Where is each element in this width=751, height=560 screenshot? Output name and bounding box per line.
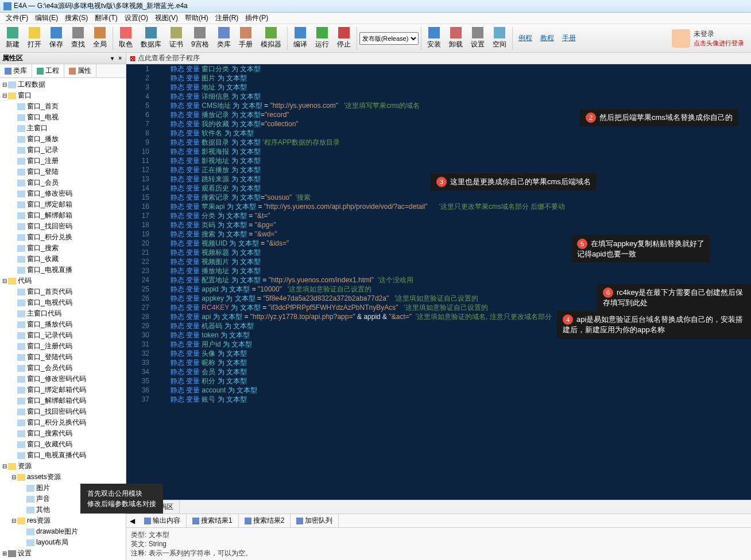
tree-node[interactable]: 窗口_首页	[1, 101, 125, 112]
editor-header[interactable]: ⊠ 点此查看全部子程序	[126, 53, 751, 64]
tree-node[interactable]: ⊟工程数据	[1, 79, 125, 90]
toolbar-运行[interactable]: 运行	[312, 26, 332, 50]
tree-node[interactable]: 窗口_修改密码	[1, 188, 125, 199]
tree-node[interactable]: 窗口_收藏代码	[1, 439, 125, 450]
sidebar-tab-类库[interactable]: 类库	[0, 64, 32, 77]
tree-node[interactable]: 窗口_注册	[1, 155, 125, 166]
toolbar-9宫格[interactable]: 9宫格	[188, 26, 212, 50]
toolbar-打开[interactable]: 打开	[24, 26, 45, 50]
tree-node[interactable]: 窗口_找回密码	[1, 221, 125, 232]
tree-node[interactable]: ⊟res资源	[1, 515, 125, 526]
toolbar-保存[interactable]: 保存	[46, 26, 67, 50]
toolbar-卸载[interactable]: 卸载	[446, 26, 466, 50]
toolbar-停止[interactable]: 停止	[334, 26, 354, 50]
menu-item[interactable]: 插件(P)	[242, 13, 272, 23]
tree-node[interactable]: 窗口_首页代码	[1, 286, 125, 297]
user-area[interactable]: 未登录点击头像进行登录	[672, 29, 749, 48]
toolbar-证书[interactable]: 证书	[166, 26, 187, 50]
toolbar-例程[interactable]: 例程	[515, 32, 536, 44]
tree-node[interactable]: 窗口_找回密码代码	[1, 406, 125, 417]
menu-item[interactable]: 注册(R)	[212, 13, 242, 23]
toolbar-新建[interactable]: 新建	[2, 26, 23, 50]
tree-node[interactable]: 窗口_积分兑换	[1, 232, 125, 243]
code-line[interactable]: 4 静态 变量 详细信息 为 文本型	[126, 92, 751, 101]
code-line[interactable]: 36 静态 变量 account 为 文本型	[126, 386, 751, 395]
tree-node[interactable]: 窗口_电视直播	[1, 265, 125, 275]
code-line[interactable]: 32 静态 变量 头像 为 文本型	[126, 349, 751, 358]
toolbar-编译[interactable]: 编译	[290, 26, 311, 50]
tree-node[interactable]: 窗口_修改密码代码	[1, 374, 125, 384]
tree-node[interactable]: 窗口_记录	[1, 145, 125, 155]
toolbar-数据库[interactable]: 数据库	[137, 26, 165, 50]
tree-node[interactable]: 窗口_电视代码	[1, 297, 125, 308]
tree-node[interactable]: 主窗口代码	[1, 308, 125, 319]
tree-node[interactable]: 窗口_搜索代码	[1, 428, 125, 439]
output-tab[interactable]: 搜索结果2	[239, 514, 291, 527]
tree-node[interactable]: 窗口_绑定邮箱代码	[1, 384, 125, 395]
toolbar-模拟器[interactable]: 模拟器	[257, 26, 285, 50]
tree-node[interactable]: 窗口_解绑邮箱代码	[1, 395, 125, 406]
menu-item[interactable]: 编辑(E)	[32, 13, 61, 23]
tree-node[interactable]: 主窗口	[1, 123, 125, 134]
code-line[interactable]: 33 静态 变量 昵称 为 文本型	[126, 358, 751, 367]
tree-node[interactable]: ⊞设置	[1, 548, 125, 559]
code-editor[interactable]: 1 静态 变量 窗口分类 为 文本型2 静态 变量 图片 为 文本型3 静态 变…	[126, 64, 751, 500]
tree-node[interactable]: 窗口_登陆代码	[1, 352, 125, 363]
menu-item[interactable]: 翻译(T)	[91, 13, 121, 23]
tree-node[interactable]: drawable图片	[1, 526, 125, 537]
tree-node[interactable]: 窗口_播放代码	[1, 319, 125, 330]
avatar[interactable]	[672, 29, 690, 48]
menu-item[interactable]: 视图(V)	[152, 13, 181, 23]
tree-node[interactable]: 窗口_绑定邮箱	[1, 199, 125, 210]
sidebar-tab-工程[interactable]: 工程	[32, 64, 64, 77]
toolbar-教程[interactable]: 教程	[537, 32, 558, 44]
toolbar-取色[interactable]: 取色	[115, 26, 136, 50]
menu-item[interactable]: 设置(O)	[121, 13, 152, 23]
code-line[interactable]: 16 静态 变量 苹果api 为 文本型 = "http://ys.yuenos…	[126, 202, 751, 211]
toolbar-手册[interactable]: 手册	[235, 26, 256, 50]
code-line[interactable]: 35 静态 变量 积分 为 文本型	[126, 376, 751, 386]
tree-node[interactable]: 窗口_电视	[1, 112, 125, 123]
tree-node[interactable]: ⊟窗口	[1, 90, 125, 101]
code-line[interactable]: 24 静态 变量 配置地址 为 文本型 = "http://ys.yuenos.…	[126, 275, 751, 285]
code-line[interactable]: 8 静态 变量 软件名 为 文本型	[126, 129, 751, 138]
code-line[interactable]: 10 静态 变量 影视海报 为 文本型	[126, 147, 751, 156]
toolbar-查找[interactable]: 查找	[68, 26, 88, 50]
tree-node[interactable]: layout布局	[1, 537, 125, 548]
tree-node[interactable]: 窗口_解绑邮箱	[1, 210, 125, 221]
toolbar-手册[interactable]: 手册	[559, 32, 579, 44]
close-icon[interactable]: ⊠	[130, 55, 136, 63]
toolbar-全局[interactable]: 全局	[90, 26, 110, 50]
code-line[interactable]: 37 静态 变量 账号 为 文本型	[126, 395, 751, 404]
output-tab[interactable]: 加密队列	[291, 514, 339, 527]
sidebar-tab-属性[interactable]: 属性	[64, 64, 96, 77]
code-line[interactable]: 18 静态 变量 页码 为 文本型 = "&pg="	[126, 220, 751, 230]
code-line[interactable]: 1 静态 变量 窗口分类 为 文本型	[126, 64, 751, 73]
tree-node[interactable]: 窗口_搜索	[1, 243, 125, 254]
output-tab[interactable]: 搜索结果1	[187, 514, 239, 527]
menu-item[interactable]: 文件(F)	[2, 13, 32, 23]
code-line[interactable]: 15 静态 变量 搜索记录 为 文本型="sousuo" '搜索	[126, 193, 751, 202]
tree-node[interactable]: ⊟资源	[1, 461, 125, 472]
tree-node[interactable]: ⊟代码	[1, 275, 125, 286]
tree-node[interactable]: 窗口_播放	[1, 134, 125, 145]
code-line[interactable]: 34 静态 变量 会员 为 文本型	[126, 367, 751, 376]
menu-item[interactable]: 帮助(H)	[181, 13, 212, 23]
tree-node[interactable]: 窗口_注册代码	[1, 341, 125, 352]
tree-node[interactable]: ⊟assets资源	[1, 472, 125, 483]
toolbar-空间[interactable]: 空间	[489, 26, 510, 50]
toolbar-类库[interactable]: 类库	[214, 26, 234, 50]
tree-node[interactable]: 窗口_记录代码	[1, 330, 125, 341]
tree-node[interactable]: 窗口_会员代码	[1, 363, 125, 374]
code-line[interactable]: 9 静态 变量 数据目录 为 文本型 '程序APP数据的存放目录	[126, 138, 751, 147]
code-line[interactable]: 2 静态 变量 图片 为 文本型	[126, 73, 751, 83]
code-line[interactable]: 3 静态 变量 地址 为 文本型	[126, 83, 751, 92]
code-line[interactable]: 23 静态 变量 播放地址 为 文本型	[126, 266, 751, 275]
panel-close-icon[interactable]: ×	[117, 55, 123, 61]
tree-node[interactable]: 窗口_登陆	[1, 166, 125, 177]
tree-node[interactable]: 窗口_电视直播代码	[1, 450, 125, 461]
panel-dropdown-icon[interactable]: ▾	[109, 55, 115, 61]
code-line[interactable]: 31 静态 变量 用户id 为 文本型	[126, 340, 751, 349]
tree-node[interactable]: 窗口_会员	[1, 177, 125, 188]
build-type-select[interactable]: 发布版(Release)	[359, 32, 419, 45]
